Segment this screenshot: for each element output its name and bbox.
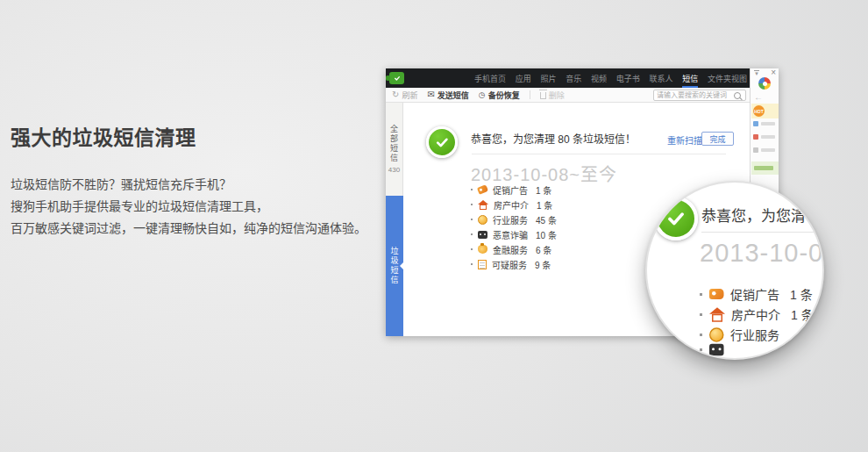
toolbar: 刷新 发送短信 备份恢复 删除 [386,88,750,103]
category-row-scam[interactable]: 恶意诈骗 10 条 [471,229,557,240]
tab-contacts[interactable]: 联系人 [649,68,672,88]
toolbar-divider [530,90,530,99]
bullet [471,219,473,220]
all-sms-count: 430 [388,166,400,174]
magnified-category-row: 促销广告 1 条 [700,285,813,303]
browser-logo-icon [758,77,771,90]
app-bullet-icon [753,147,758,153]
category-label: 促销广告 [493,183,528,197]
download-banner[interactable] [751,161,779,175]
marketing-line-2: 搜狗手机助手提供最专业的垃圾短信清理工具， [11,196,379,218]
tab-apps[interactable]: 应用 [516,68,531,88]
text-placeholder [754,166,773,170]
app-header: 手机首页 应用 照片 音乐 视频 电子书 联系人 短信 文件夹视图 [386,68,750,88]
promo-list-item[interactable] [753,147,775,153]
category-count: 9 条 [535,258,551,271]
scam-icon [709,344,724,356]
tab-video[interactable]: 视频 [591,68,607,88]
promo-list-item[interactable] [753,134,775,140]
success-check-icon [426,126,458,158]
category-row-realestate[interactable]: 房产中介 1 条 [471,199,557,210]
promo-tag-icon [709,289,724,299]
app-bullet-icon [753,121,758,126]
app-bullet-icon [753,134,758,140]
marketing-line-1: 垃圾短信防不胜防？骚扰短信充斥手机？ [11,174,379,196]
magnified-divider [701,232,824,233]
category-label: 行业服务 [493,213,528,226]
text-placeholder [761,122,775,126]
all-sms-label: 全部短信 [388,125,400,163]
bullet [700,313,702,316]
envelope-icon [427,90,434,99]
sidebar-item-junk-sms[interactable]: 垃圾短信 [386,196,403,336]
category-label: 恶意诈骗 [493,228,528,241]
bullet [471,204,473,205]
category-row-finance[interactable]: 金融服务 6 条 [471,244,557,255]
search-box[interactable] [653,90,746,101]
suspicious-doc-icon [478,260,487,269]
finance-bag-icon [478,245,487,254]
send-sms-button[interactable]: 发送短信 [427,90,468,101]
tab-photos[interactable]: 照片 [540,68,556,88]
tab-sms[interactable]: 短信 [682,68,698,88]
backup-restore-label: 备份恢复 [488,90,520,101]
refresh-button[interactable]: 刷新 [392,90,417,101]
search-icon [734,92,741,99]
category-count: 10 条 [536,228,557,241]
category-list: 促销广告 1 条 房产中介 1 条 行业服务 45 条 [471,184,557,269]
category-row-industry[interactable]: 行业服务 45 条 [471,214,557,225]
pin-icon[interactable] [754,70,759,76]
bullet [700,334,702,336]
search-input[interactable] [654,91,734,99]
text-placeholder [761,135,775,139]
category-label: 可疑服务 [492,258,527,271]
delete-button[interactable]: 删除 [540,90,565,101]
close-icon[interactable] [771,68,776,77]
send-sms-label: 发送短信 [438,90,469,101]
clock-icon [479,91,486,99]
category-row-promo[interactable]: 促销广告 1 条 [471,184,557,195]
page: 强大的垃圾短信清理 垃圾短信防不胜防？骚扰短信充斥手机？ 搜狗手机助手提供最专业… [0,0,868,452]
sidebar-item-all-sms[interactable]: 全部短信 430 [386,103,403,196]
magnifier-callout: 恭喜您，为您清 2013-10-0 促销广告 1 条 房产中介 1 条 行业服务 [645,181,824,360]
hot-banner[interactable]: HOT [751,104,779,118]
category-label: 促销广告 [730,285,779,303]
refresh-icon [392,90,399,99]
junk-sms-label: 垃圾短信 [389,247,401,285]
marketing-copy: 强大的垃圾短信清理 垃圾短信防不胜防？骚扰短信充斥手机？ 搜狗手机助手提供最专业… [11,121,379,240]
house-icon [709,307,725,322]
tab-phone-home[interactable]: 手机首页 [474,68,506,88]
back-arrow-icon[interactable] [754,92,763,102]
bullet [471,263,473,265]
industry-coin-icon [478,215,487,225]
done-button[interactable]: 完成 [701,132,734,146]
backup-restore-button[interactable]: 备份恢复 [479,90,520,101]
category-count: 1 条 [536,183,551,197]
refresh-label: 刷新 [402,90,417,101]
bullet [471,233,473,235]
industry-coin-icon [709,327,724,342]
category-count: 6 条 [536,243,551,256]
marketing-line-3: 百万敏感关键词过滤，一键清理畅快自如，纯净的短信沟通体验。 [11,218,379,240]
result-message: 恭喜您，为您清理 80 条垃圾短信！ [471,131,636,146]
category-count: 45 条 [536,213,557,226]
magnified-date: 2013-10-0 [700,239,823,268]
category-label: 金融服务 [493,243,528,256]
tab-music[interactable]: 音乐 [566,68,581,88]
category-count: 1 条 [791,305,814,323]
tab-folder-view[interactable]: 文件夹视图 [708,68,747,88]
category-count: 1 条 [790,285,813,303]
scam-icon [478,231,487,239]
page-title: 强大的垃圾短信清理 [11,121,379,151]
magnified-category-row: 行业服务 [700,326,779,343]
hot-badge: HOT [753,105,765,117]
category-row-suspicious[interactable]: 可疑服务 9 条 [471,259,557,269]
sms-sidebar: 全部短信 430 垃圾短信 [386,103,403,336]
bullet [471,189,473,190]
tab-ebook[interactable]: 电子书 [616,68,640,88]
category-count: 1 条 [537,198,552,212]
promo-list-item[interactable] [753,121,775,126]
rescan-link[interactable]: 重新扫描 [667,133,702,147]
category-label: 行业服务 [730,326,779,343]
bullet [471,248,473,250]
